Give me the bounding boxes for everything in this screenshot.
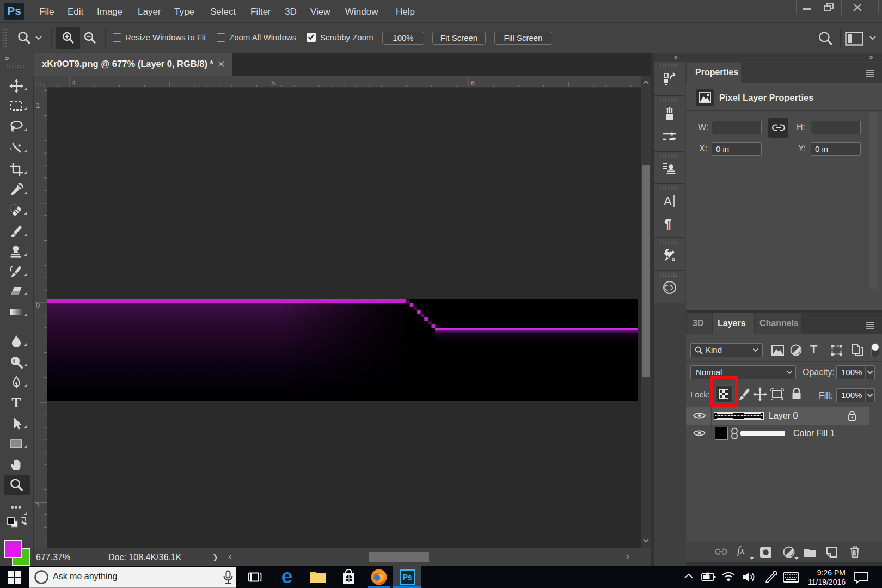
- svg-text:4: 4: [72, 79, 76, 87]
- svg-text:6: 6: [471, 79, 475, 87]
- svg-text:0: 0: [36, 301, 40, 309]
- svg-text:¶: ¶: [664, 217, 671, 231]
- svg-text:1: 1: [36, 501, 40, 509]
- svg-text:A: A: [664, 194, 672, 208]
- svg-text:5: 5: [271, 79, 275, 87]
- svg-text:T: T: [11, 396, 21, 410]
- svg-text:1: 1: [36, 101, 40, 109]
